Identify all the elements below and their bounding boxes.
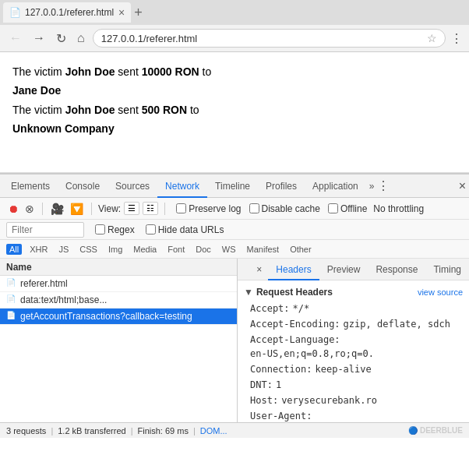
network-toolbar: ⏺ ⊗ 🎥 🔽 View: ☰ ☷ Preserve log Disable c… xyxy=(0,198,469,220)
request-headers-view-source[interactable]: view source xyxy=(418,287,463,297)
network-pane: Name 📄 referer.html 📄 data:text/html;bas… xyxy=(0,259,469,422)
details-tab-timing[interactable]: Timing xyxy=(425,259,469,280)
browser-menu-button[interactable]: ⋮ xyxy=(450,31,463,46)
line3-amount: 500 RON xyxy=(142,104,187,116)
browser-chrome: 📄 127.0.0.1/referer.html × + ← → ↻ ⌂ 127… xyxy=(0,0,469,52)
tab-network[interactable]: Network xyxy=(157,175,207,198)
status-bar: 3 requests | 1.2 kB transferred | Finish… xyxy=(0,422,469,438)
line1-text1: The victim xyxy=(12,65,65,78)
file-item-getaccount[interactable]: 📄 getAccountTransactions?callback=testin… xyxy=(0,309,237,325)
file-name-data: data:text/html;base... xyxy=(20,294,107,305)
filter-input[interactable] xyxy=(6,222,84,238)
file-name-referer: referer.html xyxy=(20,278,68,289)
disable-cache-label[interactable]: Disable cache xyxy=(249,203,320,214)
capture-screenshots-button[interactable]: 🎥 xyxy=(49,201,65,217)
line1-amount: 10000 RON xyxy=(142,65,199,78)
transaction-recipient-2: Unknown Company xyxy=(12,120,457,137)
tab-bar: 📄 127.0.0.1/referer.html × + xyxy=(0,0,469,25)
toolbar-separator-1 xyxy=(42,203,43,215)
list-view-button[interactable]: ☰ xyxy=(124,202,139,215)
filter-doc[interactable]: Doc xyxy=(192,244,214,255)
recipient-2: Unknown Company xyxy=(12,122,115,135)
home-button[interactable]: ⌂ xyxy=(74,30,88,47)
address-bar[interactable]: 127.0.0.1/referer.html ☆ xyxy=(93,29,446,48)
preserve-log-label[interactable]: Preserve log xyxy=(176,203,241,214)
dom-link[interactable]: DOM... xyxy=(200,426,227,435)
filter-css[interactable]: CSS xyxy=(76,244,100,255)
preserve-log-checkbox[interactable] xyxy=(176,203,186,213)
details-tab-response[interactable]: Response xyxy=(368,259,425,280)
transaction-line-2: The victim John Doe sent 500 RON to xyxy=(12,101,457,118)
file-item-referer[interactable]: 📄 referer.html xyxy=(0,276,237,292)
hide-data-checkbox[interactable] xyxy=(146,224,156,234)
transaction-line-1: The victim John Doe sent 10000 RON to xyxy=(12,63,457,80)
tab-application[interactable]: Application xyxy=(305,175,366,198)
devtools-menu-button[interactable]: ⋮ xyxy=(377,178,390,193)
details-close-button[interactable]: × xyxy=(250,264,268,275)
hide-data-label[interactable]: Hide data URLs xyxy=(146,224,224,235)
filter-media[interactable]: Media xyxy=(130,244,160,255)
line3-text2: sent xyxy=(115,104,141,116)
offline-checkbox[interactable] xyxy=(328,203,338,213)
reload-button[interactable]: ↻ xyxy=(53,30,69,48)
address-text: 127.0.0.1/referer.html xyxy=(101,33,422,44)
details-tab-headers[interactable]: Headers xyxy=(268,259,319,280)
tab-timeline[interactable]: Timeline xyxy=(207,175,258,198)
line3-name: John Doe xyxy=(65,104,115,116)
request-headers-toggle: ▼ xyxy=(244,287,253,298)
view-label: View: xyxy=(98,203,121,214)
file-name-getaccount: getAccountTransactions?callback=testing xyxy=(20,311,192,322)
header-dnt: DNT: 1 xyxy=(238,377,469,393)
back-button[interactable]: ← xyxy=(6,30,25,47)
filter-font[interactable]: Font xyxy=(164,244,188,255)
header-host: Host: verysecurebank.ro xyxy=(238,393,469,408)
regex-checkbox[interactable] xyxy=(95,224,105,234)
file-icon-getaccount: 📄 xyxy=(6,311,17,322)
forward-button[interactable]: → xyxy=(30,30,48,47)
filter-manifest[interactable]: Manifest xyxy=(244,244,283,255)
name-column-header: Name xyxy=(6,262,32,273)
filter-other[interactable]: Other xyxy=(287,244,315,255)
file-list: Name 📄 referer.html 📄 data:text/html;bas… xyxy=(0,259,238,422)
filter-img[interactable]: Img xyxy=(105,244,125,255)
file-list-header: Name xyxy=(0,259,237,276)
filter-types-bar: All XHR JS CSS Img Media Font Doc WS Man… xyxy=(0,240,469,259)
tab-title: 127.0.0.1/referer.html xyxy=(25,7,114,18)
tab-elements[interactable]: Elements xyxy=(3,175,58,198)
nav-bar: ← → ↻ ⌂ 127.0.0.1/referer.html ☆ ⋮ xyxy=(0,25,469,51)
tab-sources[interactable]: Sources xyxy=(108,175,157,198)
bookmark-button[interactable]: ☆ xyxy=(427,32,437,44)
offline-label[interactable]: Offline xyxy=(328,203,367,214)
page-content: The victim John Doe sent 10000 RON to Ja… xyxy=(0,52,469,173)
tab-favicon: 📄 xyxy=(9,7,20,18)
tab-profiles[interactable]: Profiles xyxy=(258,175,305,198)
devtools-tab-bar: Elements Console Sources Network Timelin… xyxy=(0,175,469,198)
filter-toggle-button[interactable]: 🔽 xyxy=(69,201,85,217)
filter-all[interactable]: All xyxy=(6,244,22,255)
record-button[interactable]: ⏺ xyxy=(6,201,20,217)
line1-text3: to xyxy=(199,65,212,78)
file-item-data[interactable]: 📄 data:text/html;base... xyxy=(0,292,237,309)
tab-console[interactable]: Console xyxy=(58,175,108,198)
clear-button[interactable]: ⊗ xyxy=(23,201,36,217)
browser-tab[interactable]: 📄 127.0.0.1/referer.html × xyxy=(3,2,131,23)
disable-cache-checkbox[interactable] xyxy=(249,203,259,213)
filter-xhr[interactable]: XHR xyxy=(26,244,51,255)
details-tabs: × Headers Preview Response Timing xyxy=(238,259,469,280)
toolbar-separator-3 xyxy=(164,203,165,215)
filter-js[interactable]: JS xyxy=(55,244,72,255)
header-accept-language: Accept-Language: en-US,en;q=0.8,ro;q=0. xyxy=(238,332,469,361)
tab-close-button[interactable]: × xyxy=(118,6,125,19)
header-user-agent: User-Agent: Mozilla/5.0 (Windows NT 10. … xyxy=(238,408,469,422)
details-tab-preview[interactable]: Preview xyxy=(319,259,368,280)
more-tabs-icon[interactable]: » xyxy=(366,181,378,192)
filter-ws[interactable]: WS xyxy=(219,244,239,255)
devtools-close-button[interactable]: × xyxy=(459,179,466,193)
requests-count: 3 requests xyxy=(6,426,46,435)
new-tab-button[interactable]: + xyxy=(134,5,143,21)
toolbar-separator-2 xyxy=(91,203,92,215)
regex-label[interactable]: Regex xyxy=(95,224,135,235)
request-headers-section[interactable]: ▼ Request Headers view source xyxy=(238,284,469,301)
detail-view-button[interactable]: ☷ xyxy=(143,202,158,215)
request-headers-title: Request Headers xyxy=(256,287,333,298)
